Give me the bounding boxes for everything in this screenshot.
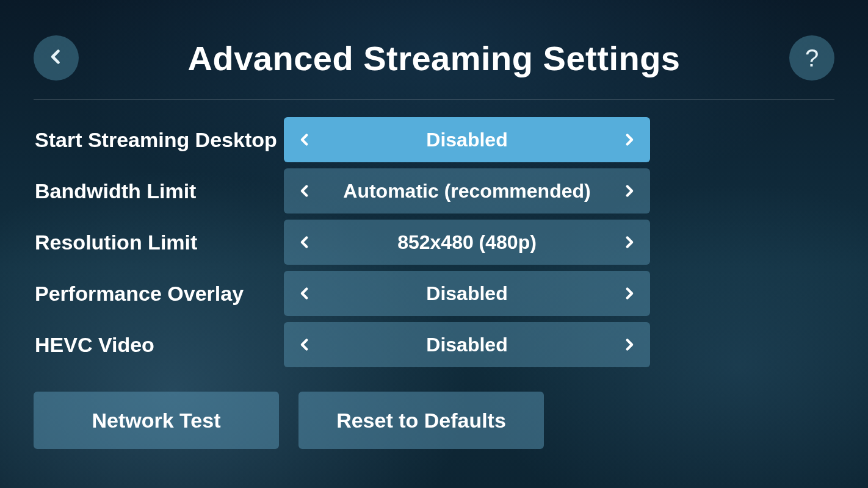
chevron-right-icon[interactable] [620,335,639,354]
chevron-right-icon[interactable] [620,284,639,303]
selector-hevc-video[interactable]: Disabled [284,322,650,367]
setting-row-performance-overlay: Performance Overlay Disabled [34,271,834,316]
chevron-right-icon[interactable] [620,130,639,149]
chevron-left-icon[interactable] [295,130,314,149]
selector-value: 852x480 (480p) [314,231,620,254]
setting-row-bandwidth-limit: Bandwidth Limit Automatic (recommended) [34,168,834,214]
settings-list: Start Streaming Desktop Disabled Bandwid… [34,117,834,367]
chevron-left-icon[interactable] [295,284,314,303]
chevron-left-icon[interactable] [295,232,314,252]
setting-label: HEVC Video [34,333,284,357]
selector-value: Disabled [314,282,620,305]
chevron-right-icon[interactable] [620,232,639,252]
selector-bandwidth-limit[interactable]: Automatic (recommended) [284,168,650,214]
selector-start-streaming-desktop[interactable]: Disabled [284,117,650,162]
chevron-left-icon[interactable] [295,335,314,354]
network-test-button[interactable]: Network Test [34,392,279,449]
selector-resolution-limit[interactable]: 852x480 (480p) [284,220,650,265]
setting-row-start-streaming-desktop: Start Streaming Desktop Disabled [34,117,834,162]
help-icon: ? [805,45,819,72]
selector-value: Automatic (recommended) [314,180,620,203]
setting-row-hevc-video: HEVC Video Disabled [34,322,834,367]
setting-label: Start Streaming Desktop [34,128,284,152]
selector-value: Disabled [314,129,620,151]
selector-performance-overlay[interactable]: Disabled [284,271,650,316]
page-title: Advanced Streaming Settings [187,38,680,78]
help-button[interactable]: ? [789,35,834,81]
setting-row-resolution-limit: Resolution Limit 852x480 (480p) [34,220,834,265]
footer-buttons: Network Test Reset to Defaults [34,392,834,449]
setting-label: Resolution Limit [34,231,284,254]
back-button[interactable] [34,35,79,81]
header: Advanced Streaming Settings ? [34,34,834,82]
chevron-left-icon [48,48,65,68]
reset-to-defaults-button[interactable]: Reset to Defaults [298,392,544,449]
chevron-right-icon[interactable] [620,181,639,201]
setting-label: Performance Overlay [34,282,284,306]
setting-label: Bandwidth Limit [34,179,284,203]
header-divider [34,99,834,100]
selector-value: Disabled [314,334,620,356]
chevron-left-icon[interactable] [295,181,314,201]
